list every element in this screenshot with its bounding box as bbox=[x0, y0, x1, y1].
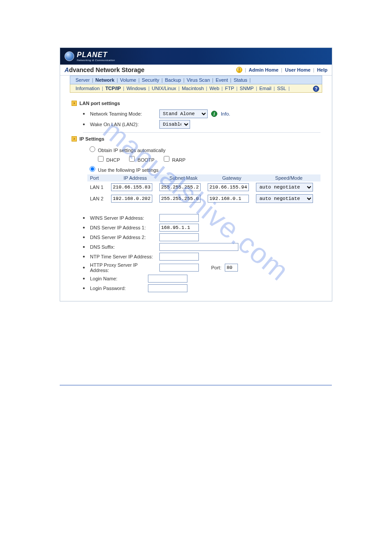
arrow-icon bbox=[72, 136, 77, 141]
section-ip: IP Settings bbox=[72, 136, 320, 141]
tab-virus-scan[interactable]: Virus Scan bbox=[185, 77, 212, 83]
teaming-select[interactable]: Stand Alone bbox=[159, 109, 208, 118]
tab-volume[interactable]: Volume bbox=[119, 77, 138, 83]
login-name-label: Login Name: bbox=[90, 276, 144, 281]
lan1-speed-select[interactable]: auto negotiate bbox=[256, 183, 313, 192]
subtab-ftp[interactable]: FTP bbox=[223, 86, 236, 91]
top-links: ! | Admin Home | User Home | Help bbox=[236, 67, 327, 73]
port-input[interactable] bbox=[225, 264, 238, 272]
bullet-icon bbox=[83, 267, 85, 268]
link-admin-home[interactable]: Admin Home bbox=[249, 67, 279, 73]
section-ip-title: IP Settings bbox=[79, 136, 104, 141]
info-icon[interactable]: i bbox=[211, 111, 217, 117]
subtab-ssl[interactable]: SSL bbox=[275, 86, 288, 91]
proxy-label: HTTP Proxy Server IP Address: bbox=[90, 262, 156, 273]
login-name-input[interactable] bbox=[148, 275, 187, 283]
lan1-ip-input[interactable] bbox=[111, 183, 152, 191]
ip-auto-radio[interactable] bbox=[90, 146, 95, 152]
ntp-input[interactable] bbox=[159, 253, 199, 261]
dns2-label: DNS Server IP Address 2: bbox=[90, 235, 156, 240]
help-icon[interactable]: ? bbox=[313, 86, 319, 92]
tab-backup[interactable]: Backup bbox=[163, 77, 183, 83]
col-port: Port bbox=[90, 175, 111, 181]
ip-row-lan1: LAN 1 auto negotiate bbox=[87, 181, 320, 193]
title-bar: Advanced Network Storage ! | Admin Home … bbox=[60, 65, 332, 76]
tab-security[interactable]: Security bbox=[140, 77, 161, 83]
lan2-speed-select[interactable]: auto negotiate bbox=[256, 194, 313, 203]
rarp-option[interactable]: RARP bbox=[162, 157, 186, 163]
subtab-windows[interactable]: Windows bbox=[125, 86, 148, 91]
dns1-input[interactable] bbox=[159, 224, 199, 232]
ip-row-lan2: LAN 2 auto negotiate bbox=[87, 193, 320, 204]
tab-network[interactable]: Network bbox=[94, 77, 116, 83]
col-gw: Gateway bbox=[208, 175, 256, 181]
subtab-tcpip[interactable]: TCP/IP bbox=[104, 86, 122, 91]
lan1-mask-input[interactable] bbox=[159, 183, 201, 191]
section-lan-title: LAN port settings bbox=[79, 101, 120, 106]
subtab-unixlinux[interactable]: UNIX/Linux bbox=[150, 86, 178, 91]
bullet-icon bbox=[83, 123, 85, 125]
divider bbox=[83, 132, 320, 133]
lan2-ip-input[interactable] bbox=[111, 195, 152, 203]
subtab-email[interactable]: Email bbox=[258, 86, 273, 91]
ip-auto-option[interactable]: Obtain IP settings automatically bbox=[87, 148, 165, 153]
dns2-input[interactable] bbox=[159, 233, 199, 241]
page-rule bbox=[60, 385, 332, 385]
suffix-label: DNS Suffix: bbox=[90, 244, 156, 250]
wol-select[interactable]: Disabled bbox=[159, 120, 190, 129]
col-speed: Speed/Mode bbox=[256, 175, 322, 181]
bullet-icon bbox=[83, 236, 85, 238]
bootp-checkbox[interactable] bbox=[129, 156, 135, 162]
lan2-mask-input[interactable] bbox=[159, 195, 201, 203]
ip-table: Port IP Address Subnet Mask Gateway Spee… bbox=[87, 174, 320, 204]
link-user-home[interactable]: User Home bbox=[285, 67, 310, 73]
lan2-gw-input[interactable] bbox=[208, 195, 249, 203]
subtab-macintosh[interactable]: Macintosh bbox=[180, 86, 205, 91]
app-window: PLANET Networking & Communication Advanc… bbox=[60, 47, 332, 301]
arrow-icon bbox=[72, 101, 77, 106]
lan2-label: LAN 2 bbox=[90, 196, 111, 201]
login-pw-label: Login Password: bbox=[90, 286, 144, 291]
subtab-web[interactable]: Web bbox=[208, 86, 221, 91]
ip-manual-option[interactable]: Use the following IP settings bbox=[87, 167, 158, 173]
link-help[interactable]: Help bbox=[317, 67, 327, 73]
wol-label: Wake On LAN (LAN2): bbox=[90, 122, 156, 127]
lan1-label: LAN 1 bbox=[90, 185, 111, 190]
bullet-icon bbox=[83, 217, 85, 219]
bullet-icon bbox=[83, 287, 85, 289]
brand-name: PLANET bbox=[77, 51, 115, 58]
page-title: Advanced Network Storage bbox=[65, 66, 144, 73]
wins-input[interactable] bbox=[159, 214, 199, 222]
col-mask: Subnet Mask bbox=[159, 175, 208, 181]
ip-manual-radio[interactable] bbox=[90, 166, 95, 172]
lan1-gw-input[interactable] bbox=[208, 183, 249, 191]
alert-icon[interactable]: ! bbox=[236, 67, 242, 73]
section-lan: LAN port settings bbox=[72, 101, 320, 106]
subtab-snmp[interactable]: SNMP bbox=[238, 86, 255, 91]
tab-status[interactable]: Status bbox=[232, 77, 249, 83]
suffix-input[interactable] bbox=[159, 243, 238, 251]
ntp-label: NTP Time Server IP Address: bbox=[90, 254, 156, 259]
port-label: Port: bbox=[211, 265, 221, 270]
login-pw-input[interactable] bbox=[148, 284, 187, 292]
tab-event[interactable]: Event bbox=[214, 77, 230, 83]
dhcp-option[interactable]: DHCP bbox=[96, 157, 120, 163]
bullet-icon bbox=[83, 113, 85, 115]
dns1-label: DNS Server IP Address 1: bbox=[90, 225, 156, 230]
wins-label: WINS Server IP Address: bbox=[90, 215, 156, 221]
bullet-icon bbox=[83, 227, 85, 229]
bullet-icon bbox=[83, 278, 85, 279]
dhcp-checkbox[interactable] bbox=[98, 156, 104, 162]
logo-globe-icon bbox=[65, 51, 74, 61]
tab-server[interactable]: Server bbox=[74, 77, 91, 83]
subtab-information[interactable]: Information bbox=[74, 86, 101, 91]
banner: PLANET Networking & Communication bbox=[60, 48, 332, 65]
bootp-option[interactable]: BOOTP bbox=[127, 157, 155, 163]
proxy-input[interactable] bbox=[159, 264, 199, 272]
sub-tabs: Information| TCP/IP| Windows| UNIX/Linux… bbox=[70, 84, 322, 93]
info-link[interactable]: Info. bbox=[221, 111, 230, 116]
bullet-icon bbox=[83, 256, 85, 258]
rarp-checkbox[interactable] bbox=[164, 156, 169, 162]
content-area: LAN port settings Network Teaming Mode: … bbox=[60, 93, 332, 301]
teaming-label: Network Teaming Mode: bbox=[90, 111, 156, 116]
